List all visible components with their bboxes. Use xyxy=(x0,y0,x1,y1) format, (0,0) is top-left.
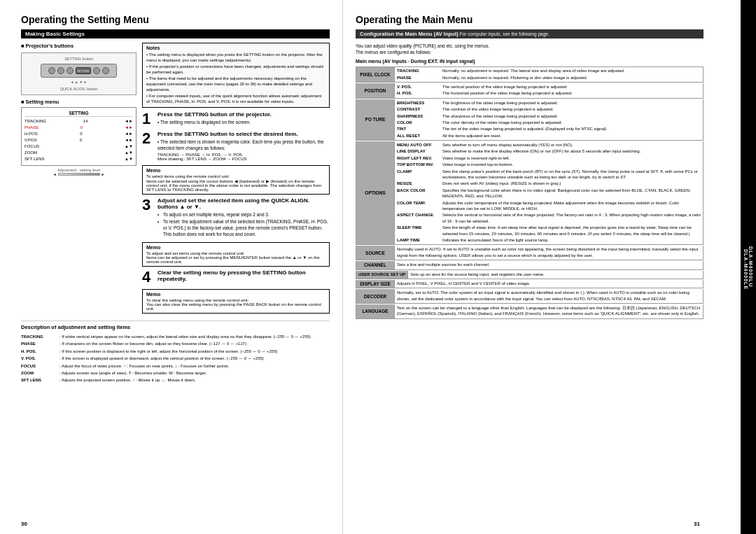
mm-row-sleeptime: SLEEP TIME Sets the length of sleep time… xyxy=(397,225,701,237)
mm-row-clamp: CLAMP Sets the clamp pulse's position of… xyxy=(397,169,701,181)
projector-diagram: SETTING button SETTING xyxy=(21,52,136,95)
step-4-number: 4 xyxy=(142,269,153,285)
desc-row-sftlens: SFT LENS : Adjusts the projected screen … xyxy=(21,377,330,383)
step-2-desc: • The selected item is shown in magenta … xyxy=(158,139,330,151)
desc-row-phase: PHASE : If characters on the screen flic… xyxy=(21,341,330,346)
mm-row-color: COLOR The color density of the video ima… xyxy=(397,120,701,125)
left-page-number: 30 xyxy=(21,521,27,527)
mm-row-colortemp: COLOR TEMP. Adjusts the color temperatur… xyxy=(397,200,701,212)
memo-1-title: Memo xyxy=(146,168,326,173)
note-item-2: • If the projector's position or connect… xyxy=(146,64,326,76)
memo-1: Memo To select items using the remote co… xyxy=(142,165,330,195)
step-4: 4 Clear the setting menu by pressing the… xyxy=(142,269,330,285)
mm-row-rightleft: RIGHT LEFT REV. Video image is reversed … xyxy=(397,155,701,161)
setting-menu-label: ■ Setting menu xyxy=(21,99,136,105)
left-section-header: Making Basic Settings xyxy=(21,29,330,38)
mm-row-linedisp: LINE DISPLAY Sets whether to make the li… xyxy=(397,148,701,154)
mm-row-vpos: V. POS. The vertical position of the vid… xyxy=(397,84,701,90)
step-1-number: 1 xyxy=(142,111,153,127)
memo-3: Memo To clear the setting menu using the… xyxy=(142,289,330,314)
menu-flow2: More drawing : SFT LENS → ZOOM → FOCUS xyxy=(158,157,330,161)
desc-row-hpos: H. POS. : If this screen position is dis… xyxy=(21,349,330,354)
mm-row-all-reset: ALL RESET All the items adjusted are res… xyxy=(397,133,701,139)
step-4-content: Clear the setting menu by pressing the S… xyxy=(158,269,330,283)
step-3: 3 Adjust and set the selected item using… xyxy=(142,197,330,238)
step-1-desc: • The setting menu is displayed on the s… xyxy=(158,119,330,125)
mm-row-aspect: ASPECT CHANGE Selects the vertical to ho… xyxy=(397,212,701,224)
step-4-title: Clear the setting menu by pressing the S… xyxy=(158,269,330,282)
mm-row-topbottom: TOP BOTTOM INV. Video image is inverted … xyxy=(397,162,701,167)
memo-2: Memo To adjust and set items using the r… xyxy=(142,242,330,267)
left-page: Operating the Setting Menu Making Basic … xyxy=(0,0,343,534)
desc-row-zoom: ZOOM : Adjusts screen size (angle of vie… xyxy=(21,370,330,376)
right-page-title: Operating the Main Menu xyxy=(356,14,704,25)
notes-title: Notes xyxy=(146,45,326,50)
memo-1-content: To select items using the remote control… xyxy=(146,174,326,192)
projector-buttons-label: ■ Projector's buttons xyxy=(21,43,136,49)
mm-row-source: Normally used in AUTO. If set to AUTO is… xyxy=(397,246,701,258)
mm-row-sharpness: SHARPNESS The sharpness of the video ima… xyxy=(397,113,701,119)
memo-2-title: Memo xyxy=(146,245,326,250)
page-container: Operating the Setting Menu Making Basic … xyxy=(0,0,756,534)
left-page-title: Operating the Setting Menu xyxy=(21,14,330,25)
mm-row-contrast: CONTRAST The contrast of the video image… xyxy=(397,106,701,112)
mm-row-channel: Sets a line and multiple sources for eac… xyxy=(397,262,701,267)
side-label: DLA-M4000LU DLA-M4000LE xyxy=(741,0,756,534)
mm-row-language: Text on the screen can be changed to a l… xyxy=(397,305,701,317)
right-page: Operating the Main Menu Configuration th… xyxy=(343,0,728,534)
mm-row-lamptime: LAMP TIME Indicates the accumulated hour… xyxy=(397,237,701,243)
notes-box: Notes • The setting menu is displayed wh… xyxy=(142,43,330,108)
description-section: Description of adjustment and setting it… xyxy=(21,321,330,384)
mm-row-displaysize: Adjusts H PIXEL, V PIXEL, H CENTER and V… xyxy=(397,281,701,286)
step-1-title: Press the SETTING button of the projecto… xyxy=(158,111,330,118)
desc-row-vpos: V. POS. : If the screen is displayed upw… xyxy=(21,356,330,361)
note-item-3: • The items that need to be adjusted and… xyxy=(146,76,326,93)
mm-row-phase: PHASE Normally, no adjustment is require… xyxy=(397,75,701,80)
memo-3-title: Memo xyxy=(146,292,326,297)
note-item-4: • For computer-related inputs, use of th… xyxy=(146,93,326,105)
step-1-content: Press the SETTING button of the projecto… xyxy=(158,111,330,125)
main-menu-table: PIXEL CLOCK TRACKING Normally, no adjust… xyxy=(356,66,704,319)
right-intro: You can adjust video quality (PICTURE) a… xyxy=(356,43,704,55)
step-3-desc-1: To adjust on set multiple items, repeat … xyxy=(158,211,330,218)
mm-row-resize: RESIZE Does not work with AV (video) inp… xyxy=(397,181,701,186)
mm-row-hpos: H. POS. The horizontal position of the v… xyxy=(397,90,701,96)
setting-button-label: SETTING button xyxy=(25,57,132,61)
mm-row-brightness: BRIGHTNESS The brightness of the video i… xyxy=(397,100,701,106)
mm-row-decoder: Normally, set to AUTO. The color system … xyxy=(397,290,701,302)
right-section-header: Configuration the Main Menu (AV Input) F… xyxy=(356,29,704,38)
memo-2-content: To adjust and set items using the remote… xyxy=(146,251,326,264)
step-2: 2 Press the SETTING button to select the… xyxy=(142,131,330,161)
desc-row-focus: FOCUS : Adjust the focus of video pictur… xyxy=(21,363,330,369)
step-2-title: Press the SETTING button to select the d… xyxy=(158,131,330,137)
mm-row-menuauto: MENU AUTO OFF Sets whether to turn off m… xyxy=(397,142,701,148)
main-menu-label: Main menu (AV Inputs · During EXT. IN in… xyxy=(356,59,704,64)
note-item-1: • The setting menu is displayed when you… xyxy=(146,52,326,64)
setting-menu-diagram: SETTING TRACKING14◄► PHASE0◄► H.POS0◄► V… xyxy=(21,107,136,166)
step-3-number: 3 xyxy=(142,197,153,213)
desc-table: TRACKING : If white vertical stripes app… xyxy=(21,334,330,384)
memo-3-content: To clear the setting menu using the remo… xyxy=(146,298,326,311)
mm-row-tracking: TRACKING Normally, no adjustment is requ… xyxy=(397,68,701,73)
step-3-title: Adjust and set the selected item using t… xyxy=(158,197,330,210)
mm-row-tint: TINT The tint of the video image being p… xyxy=(397,126,701,132)
step-3-content: Adjust and set the selected item using t… xyxy=(158,197,330,238)
step-2-content: Press the SETTING button to select the d… xyxy=(158,131,330,161)
desc-row-tracking: TRACKING : If white vertical stripes app… xyxy=(21,334,330,339)
right-page-number: 31 xyxy=(694,521,700,527)
step-2-number: 2 xyxy=(142,131,153,146)
mm-row-backcolor: BACK COLOR Specifies the background colo… xyxy=(397,188,701,199)
mm-row-usersource: Sets up an area for the source being inp… xyxy=(410,272,701,277)
quick-align-label: QUICK ALIGN. button xyxy=(25,87,132,91)
desc-header: Description of adjustment and setting it… xyxy=(21,324,330,330)
step-1: 1 Press the SETTING button of the projec… xyxy=(142,111,330,127)
step-3-desc-2: To reset: the adjustment value of the se… xyxy=(158,218,330,237)
